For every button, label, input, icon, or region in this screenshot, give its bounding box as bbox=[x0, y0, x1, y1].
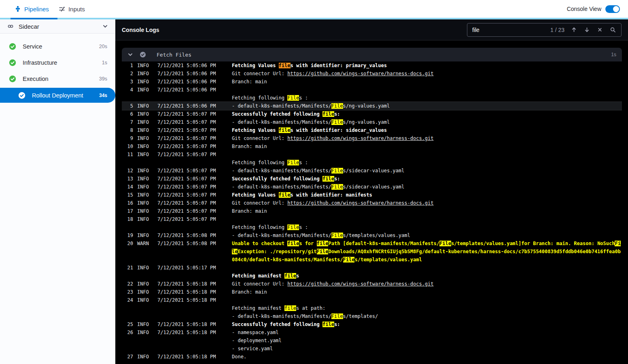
search-input[interactable] bbox=[472, 27, 545, 33]
log-line-number: 8 bbox=[122, 126, 133, 134]
step-duration: 39s bbox=[99, 76, 107, 82]
log-message: - default-k8s-manifests/Manifests/Files/… bbox=[232, 102, 622, 110]
log-timestamp: 7/12/2021 5:05:06 PM bbox=[157, 70, 221, 78]
step-list: Service20sInfrastructure1sExecution39sRo… bbox=[0, 34, 115, 104]
log-row: 4INFO7/12/2021 5:05:06 PM bbox=[122, 86, 622, 94]
log-text: - default-k8s-manifests/Manifests/ bbox=[232, 184, 331, 190]
log-line-number: 18 bbox=[122, 215, 133, 223]
console-view-label: Console View bbox=[567, 6, 601, 12]
tab-inputs[interactable]: Inputs bbox=[54, 0, 90, 18]
search-match: File bbox=[287, 224, 299, 230]
log-search-box: 1 / 23 bbox=[467, 23, 622, 37]
section-title: Fetch Files bbox=[157, 52, 191, 58]
log-level: INFO bbox=[137, 102, 153, 110]
log-section-header[interactable]: Fetch Files 1s bbox=[122, 48, 622, 61]
log-level: INFO bbox=[137, 126, 153, 134]
sidebar-step-rollout-deployment[interactable]: Rollout Deployment34s bbox=[0, 88, 115, 103]
previous-match-button[interactable] bbox=[570, 26, 577, 34]
log-level: INFO bbox=[137, 61, 153, 70]
check-circle-icon bbox=[18, 92, 25, 99]
log-row: 23INFO7/12/2021 5:05:18 PMBranch: main bbox=[122, 288, 622, 296]
sidebar-step-infrastructure[interactable]: Infrastructure1s bbox=[0, 55, 115, 71]
log-line-number: 1 bbox=[122, 61, 133, 70]
log-timestamp: 7/12/2021 5:05:18 PM bbox=[157, 353, 221, 361]
log-row: 25INFO7/12/2021 5:05:18 PMSuccessfully f… bbox=[122, 320, 622, 328]
step-label: Infrastructure bbox=[23, 59, 102, 66]
log-message: Done. bbox=[232, 353, 622, 361]
log-row: 1INFO7/12/2021 5:05:06 PMFetching Values… bbox=[122, 61, 622, 70]
log-timestamp: 7/12/2021 5:05:07 PM bbox=[157, 150, 221, 159]
search-icon[interactable] bbox=[609, 26, 616, 34]
search-match: file bbox=[284, 305, 296, 311]
sidebar-step-execution[interactable]: Execution39s bbox=[0, 71, 115, 87]
log-text: - default-k8s-manifests/Manifests/ bbox=[232, 103, 331, 109]
log-message: - namespace.yaml bbox=[232, 328, 622, 336]
console-header: Console Logs 1 / 23 bbox=[115, 19, 628, 40]
log-text: s/sidecar-values.yaml bbox=[343, 168, 405, 174]
clear-search-button[interactable] bbox=[596, 26, 603, 34]
log-timestamp: 7/12/2021 5:05:06 PM bbox=[157, 86, 221, 94]
log-level: INFO bbox=[137, 167, 153, 175]
chevron-down-icon[interactable] bbox=[102, 23, 108, 29]
log-row: 9INFO7/12/2021 5:05:07 PMGit connector U… bbox=[122, 134, 622, 142]
check-circle-icon bbox=[9, 75, 16, 83]
log-text: s bbox=[296, 273, 299, 279]
log-link[interactable]: https://github.com/wings-software/harnes… bbox=[287, 135, 433, 141]
sidebar-step-service[interactable]: Service20s bbox=[0, 38, 115, 55]
log-line-number: 7 bbox=[122, 118, 133, 126]
log-row: 3INFO7/12/2021 5:05:06 PMBranch: main bbox=[122, 78, 622, 86]
active-tab-underline bbox=[11, 18, 57, 19]
log-message: - deployment.yaml bbox=[232, 336, 622, 345]
log-row: 2INFO7/12/2021 5:05:06 PMGit connector U… bbox=[122, 70, 622, 78]
search-match-counter: 1 / 23 bbox=[550, 27, 564, 33]
stage-header[interactable]: Sidecar bbox=[0, 19, 115, 34]
search-match: file bbox=[287, 241, 299, 246]
log-line-number: 14 bbox=[122, 183, 133, 191]
log-text: Exception: ./repository/git bbox=[238, 249, 316, 254]
log-level: INFO bbox=[137, 320, 153, 328]
log-text: s: bbox=[334, 322, 340, 327]
log-text: Fetching manifest bbox=[232, 273, 284, 279]
section-collapse-icon[interactable] bbox=[127, 52, 133, 57]
stage-progress-bar bbox=[0, 18, 628, 19]
log-level: INFO bbox=[137, 78, 153, 86]
log-level: INFO bbox=[137, 175, 153, 183]
log-line-number: 22 bbox=[122, 280, 133, 288]
log-row: - deployment.yaml bbox=[122, 336, 622, 345]
log-line-number: 17 bbox=[122, 207, 133, 215]
log-level: INFO bbox=[137, 110, 153, 118]
next-match-button[interactable] bbox=[583, 26, 590, 34]
tab-pipelines[interactable]: Pipelines bbox=[10, 0, 54, 18]
log-link[interactable]: https://github.com/wings-software/harnes… bbox=[287, 200, 433, 206]
log-line-number: 21 bbox=[122, 264, 133, 272]
log-text: s/templates/ bbox=[343, 313, 378, 319]
log-line-number: 13 bbox=[122, 175, 133, 183]
log-row: 21INFO7/12/2021 5:05:17 PM bbox=[122, 264, 622, 272]
log-message: Fetching following Files : bbox=[232, 223, 622, 231]
sidecar-stage-icon bbox=[7, 23, 14, 30]
log-link[interactable]: https://github.com/wings-software/harnes… bbox=[287, 281, 433, 287]
search-match: file bbox=[317, 241, 329, 246]
console-view-toggle[interactable] bbox=[605, 5, 620, 13]
log-message: Branch: main bbox=[232, 78, 622, 86]
search-match: File bbox=[331, 119, 343, 125]
log-level: INFO bbox=[137, 280, 153, 288]
log-link[interactable]: https://github.com/wings-software/harnes… bbox=[287, 71, 433, 76]
log-message: Fetching manifest files bbox=[232, 272, 622, 280]
log-line-number: 16 bbox=[122, 199, 133, 207]
log-level: INFO bbox=[137, 70, 153, 78]
log-timestamp: 7/12/2021 5:05:07 PM bbox=[157, 175, 221, 183]
log-row: 16INFO7/12/2021 5:05:07 PMGit connector … bbox=[122, 199, 622, 207]
log-row: 14INFO7/12/2021 5:05:07 PM- default-k8s-… bbox=[122, 183, 622, 191]
log-line-number: 27 bbox=[122, 353, 133, 361]
log-row: 7INFO7/12/2021 5:05:07 PM- default-k8s-m… bbox=[122, 118, 622, 126]
log-text: Git connector Url: bbox=[232, 71, 287, 76]
log-text: Git connector Url: bbox=[232, 281, 287, 287]
log-row: - service.yaml bbox=[122, 345, 622, 353]
section-duration: 1s bbox=[611, 52, 616, 57]
log-message: Branch: main bbox=[232, 207, 622, 215]
log-timestamp: 7/12/2021 5:05:08 PM bbox=[157, 231, 221, 239]
log-text: - default-k8s-manifests/Manifests/ bbox=[232, 168, 331, 174]
log-level: INFO bbox=[137, 199, 153, 207]
log-row: 8INFO7/12/2021 5:05:07 PMFetching Values… bbox=[122, 126, 622, 134]
